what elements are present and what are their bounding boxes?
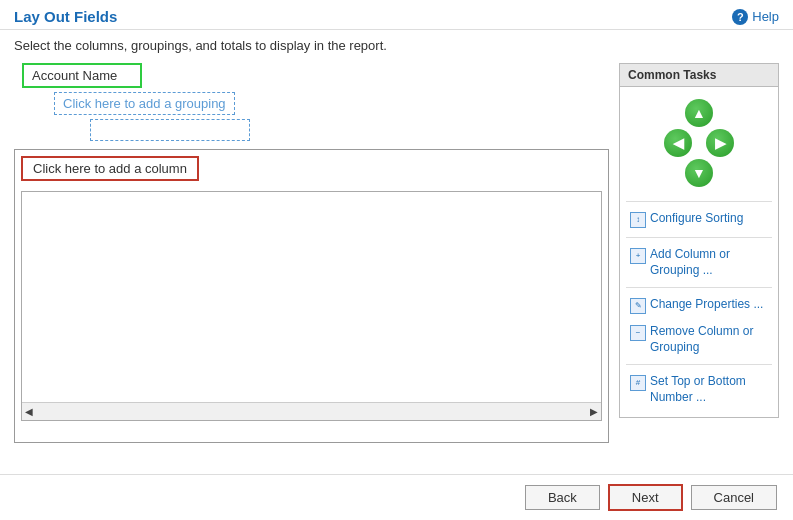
task-change-properties[interactable]: ✎ Change Properties ... bbox=[626, 292, 772, 319]
task-set-top-bottom[interactable]: # Set Top or Bottom Number ... bbox=[626, 369, 772, 410]
topbottom-icon: # bbox=[630, 375, 646, 391]
subtitle: Select the columns, groupings, and total… bbox=[0, 30, 793, 63]
columns-outer: ◀ ▶ bbox=[21, 191, 602, 421]
nav-row-top: ▲ bbox=[685, 99, 713, 127]
columns-area: Click here to add a column ◀ ▶ bbox=[14, 149, 609, 443]
task-label-change-properties: Change Properties ... bbox=[650, 297, 763, 313]
task-label-add-column-grouping: Add Column orGrouping ... bbox=[650, 247, 730, 278]
divider-3 bbox=[626, 364, 772, 365]
page-title: Lay Out Fields bbox=[14, 8, 117, 25]
next-button[interactable]: Next bbox=[608, 484, 683, 511]
scroll-left-icon[interactable]: ◀ bbox=[22, 406, 36, 417]
divider-1 bbox=[626, 237, 772, 238]
main-area: Account Name Click here to add a groupin… bbox=[0, 63, 793, 443]
fields-panel: Account Name Click here to add a groupin… bbox=[14, 63, 609, 443]
cancel-button[interactable]: Cancel bbox=[691, 485, 777, 510]
task-add-column-grouping[interactable]: + Add Column orGrouping ... bbox=[626, 242, 772, 283]
add-grouping-placeholder[interactable]: Click here to add a grouping bbox=[54, 92, 235, 115]
add-col-icon: + bbox=[630, 248, 646, 264]
task-label-configure-sorting: Configure Sorting bbox=[650, 211, 743, 227]
nav-row-middle: ◀ ▶ bbox=[664, 129, 734, 157]
help-link[interactable]: ? Help bbox=[732, 9, 779, 25]
scroll-right-icon[interactable]: ▶ bbox=[587, 406, 601, 417]
horizontal-scrollbar[interactable]: ◀ ▶ bbox=[22, 402, 601, 420]
arrow-right-button[interactable]: ▶ bbox=[706, 129, 734, 157]
arrow-left-button[interactable]: ◀ bbox=[664, 129, 692, 157]
sidebar: Common Tasks ▲ ◀ ▶ ▼ ↕ Config bbox=[619, 63, 779, 443]
help-icon: ? bbox=[732, 9, 748, 25]
account-name-box[interactable]: Account Name bbox=[22, 63, 142, 88]
help-label: Help bbox=[752, 9, 779, 24]
columns-inner bbox=[22, 192, 601, 402]
tasks-divider bbox=[626, 201, 772, 202]
task-remove-column-grouping[interactable]: − Remove Column or Grouping bbox=[626, 319, 772, 360]
sub-grouping-placeholder bbox=[90, 119, 250, 141]
task-label-set-top-bottom: Set Top or Bottom Number ... bbox=[650, 374, 768, 405]
task-configure-sorting[interactable]: ↕ Configure Sorting bbox=[626, 206, 772, 233]
arrow-down-button[interactable]: ▼ bbox=[685, 159, 713, 187]
arrow-up-button[interactable]: ▲ bbox=[685, 99, 713, 127]
task-label-remove-column-grouping: Remove Column or Grouping bbox=[650, 324, 768, 355]
page-header: Lay Out Fields ? Help bbox=[0, 0, 793, 30]
common-tasks-header: Common Tasks bbox=[619, 63, 779, 86]
nav-arrows: ▲ ◀ ▶ ▼ bbox=[626, 93, 772, 197]
sort-icon: ↕ bbox=[630, 212, 646, 228]
props-icon: ✎ bbox=[630, 298, 646, 314]
add-column-button[interactable]: Click here to add a column bbox=[21, 156, 199, 181]
nav-row-bottom: ▼ bbox=[685, 159, 713, 187]
remove-icon: − bbox=[630, 325, 646, 341]
back-button[interactable]: Back bbox=[525, 485, 600, 510]
common-tasks-body: ▲ ◀ ▶ ▼ ↕ Configure Sorting + bbox=[619, 86, 779, 418]
divider-2 bbox=[626, 287, 772, 288]
footer: Back Next Cancel bbox=[0, 474, 793, 520]
